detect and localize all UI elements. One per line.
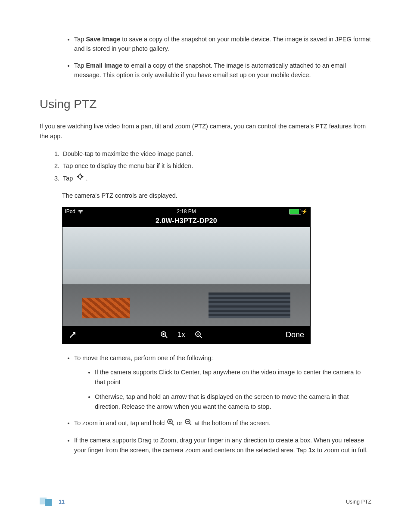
section-heading: Using PTZ — [40, 97, 371, 111]
page-footer: 11 Using PTZ — [40, 498, 371, 506]
ptz-icon — [75, 172, 86, 186]
footer-section-label: Using PTZ — [346, 499, 371, 505]
intro-snapshot-options: Tap Save Image to save a copy of the sna… — [40, 34, 371, 80]
svg-point-1 — [81, 175, 82, 176]
footer-logo-icon — [40, 498, 52, 506]
done-button[interactable]: Done — [286, 330, 304, 339]
list-item: To move the camera, perform one of the f… — [74, 353, 371, 412]
zoom-in-icon — [166, 418, 175, 429]
step-3: Tap . — [61, 172, 371, 186]
status-bar: iPod 2:18 PM ⚡ — [62, 207, 310, 216]
zoom-out-icon[interactable] — [194, 330, 203, 339]
battery-icon — [289, 209, 301, 215]
bold-label: Save Image — [86, 36, 120, 43]
bold-label: Email Image — [86, 62, 122, 69]
zoom-in-icon[interactable] — [160, 330, 168, 339]
list-item: Otherwise, tap and hold an arrow that is… — [95, 392, 371, 412]
text: Tap — [74, 36, 86, 43]
page-number: 11 — [59, 499, 65, 505]
ptz-controls-caption: The camera's PTZ controls are displayed. — [62, 191, 371, 201]
bold-label: 1x — [308, 447, 315, 454]
text: To move the camera, perform one of the f… — [74, 355, 213, 361]
camera-title: 2.0W-H3PTZ-DP20 — [62, 216, 310, 227]
text: . — [86, 175, 87, 182]
text: Tap — [74, 62, 86, 69]
list-item: If the camera supports Click to Center, … — [95, 367, 371, 387]
text: or — [177, 420, 184, 426]
video-feed[interactable] — [62, 227, 310, 326]
step-1: Double-tap to maximize the video image p… — [61, 148, 371, 160]
pointer-icon[interactable] — [68, 330, 77, 339]
wifi-icon — [78, 209, 84, 214]
device-screenshot: iPod 2:18 PM ⚡ 2.0W-H3PTZ-DP20 — [62, 207, 311, 344]
device-label: iPod — [65, 208, 75, 215]
zoom-level-label[interactable]: 1x — [178, 331, 185, 339]
zoom-out-icon — [184, 418, 193, 429]
list-item: To zoom in and out, tap and hold or at t… — [74, 418, 371, 429]
text: to zoom out in full. — [315, 447, 368, 454]
list-item: Tap Email Image to email a copy of the s… — [74, 61, 371, 80]
ptz-toolbar: 1x Done — [62, 326, 310, 343]
section-intro: If you are watching live video from a pa… — [40, 121, 371, 141]
text: Tap — [63, 175, 75, 182]
status-time: 2:18 PM — [177, 208, 196, 215]
text: at the bottom of the screen. — [194, 420, 271, 426]
ptz-instructions: To move the camera, perform one of the f… — [40, 353, 371, 456]
step-2: Tap once to display the menu bar if it i… — [61, 160, 371, 172]
charging-icon: ⚡ — [302, 209, 308, 215]
list-item: If the camera supports Drag to Zoom, dra… — [74, 436, 371, 455]
list-item: Tap Save Image to save a copy of the sna… — [74, 34, 371, 54]
steps-list: Double-tap to maximize the video image p… — [40, 148, 371, 186]
text: To zoom in and out, tap and hold — [74, 420, 166, 426]
